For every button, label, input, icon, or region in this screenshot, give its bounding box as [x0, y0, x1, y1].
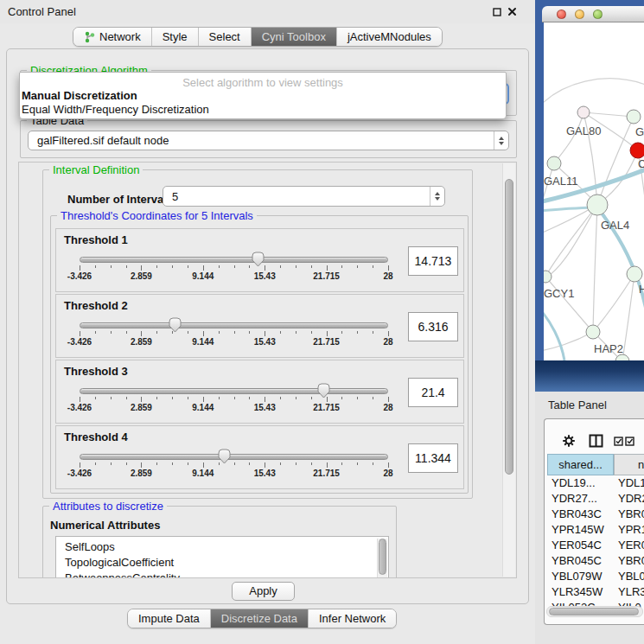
network-edge-thick [544, 308, 564, 360]
slider-track[interactable] [80, 454, 388, 460]
slider-tick [141, 265, 142, 271]
number-of-intervals-spinner[interactable]: 5 [163, 186, 445, 207]
attribute-item-selfloops[interactable]: SelfLoops [56, 539, 388, 555]
node-red-selected[interactable] [630, 143, 644, 158]
settings-scrollbar[interactable] [502, 163, 515, 577]
slider-tick [373, 462, 373, 465]
column-header-name[interactable]: na [614, 454, 644, 475]
table-row[interactable]: YBR043CYBR0 [545, 507, 644, 523]
threshold-slider[interactable]: -3.4262.8599.14415.4321.71528 [80, 253, 388, 283]
cell-name[interactable]: YBL0 [618, 570, 644, 583]
slider-track[interactable] [80, 388, 388, 394]
tab-impute-data[interactable]: Impute Data [128, 609, 211, 628]
cell-shared-name[interactable]: YDR27... [552, 492, 597, 505]
threshold-value-field[interactable]: 6.316 [408, 312, 458, 341]
table-hscrollbar[interactable] [546, 606, 643, 617]
column-header-shared-name[interactable]: shared... [547, 454, 614, 475]
attribute-item-betweennesscentrality[interactable]: BetweennessCentrality [56, 571, 388, 578]
tab-cyni-toolbox[interactable]: Cyni Toolbox [252, 28, 337, 46]
network-edge [583, 112, 634, 117]
cell-name[interactable]: YLR3 [618, 585, 644, 598]
popup-option-manual-discretization[interactable]: Manual Discretization [20, 89, 506, 103]
slider-scale-label: -3.426 [67, 337, 92, 347]
cell-name[interactable]: YDR2 [618, 492, 644, 505]
tab-label: Network [99, 30, 141, 43]
cell-shared-name[interactable]: YLR345W [552, 585, 603, 598]
cell-name[interactable]: YPR1 [618, 523, 644, 536]
node-gcy1[interactable] [544, 271, 552, 283]
node-label-ga: GA [635, 125, 644, 138]
slider-tick [95, 331, 96, 334]
tab-discretize-data[interactable]: Discretize Data [211, 609, 309, 628]
slider-thumb[interactable] [169, 317, 182, 333]
cell-name[interactable]: YBR0 [618, 554, 644, 567]
float-panel-icon[interactable] [493, 8, 501, 16]
network-window-frame [535, 360, 644, 392]
tab-select[interactable]: Select [199, 28, 252, 46]
minimize-window-icon[interactable] [575, 10, 584, 19]
table-row[interactable]: YER054CYER0 [545, 539, 644, 554]
node-upper-right[interactable] [627, 110, 641, 124]
attributes-list-scrollbar[interactable] [377, 539, 387, 578]
table-row[interactable]: YLR345WYLR3 [545, 585, 644, 601]
slider-thumb[interactable] [252, 252, 265, 267]
settings-scrollbar-thumb[interactable] [505, 179, 513, 475]
threshold-value-field[interactable]: 21.4 [408, 378, 458, 407]
attribute-item-topologicalcoefficient[interactable]: TopologicalCoefficient [56, 555, 388, 571]
table-row[interactable]: YBL079WYBL0 [545, 570, 644, 585]
node-gal4[interactable] [587, 194, 608, 215]
combo-stepper-icon[interactable] [494, 131, 508, 150]
network-window-titlebar[interactable] [542, 6, 644, 22]
cell-shared-name[interactable]: YDL19... [552, 476, 596, 489]
threshold-value-field[interactable]: 14.713 [408, 246, 458, 276]
cell-shared-name[interactable]: YBR043C [552, 507, 602, 520]
panel-title: Control Panel [8, 5, 76, 18]
numerical-attributes-list[interactable]: SelfLoopsTopologicalCoefficientBetweenne… [55, 536, 389, 578]
cell-name[interactable]: YER0 [618, 539, 644, 552]
zoom-window-icon[interactable] [593, 10, 603, 19]
table-hscrollbar-thumb[interactable] [549, 608, 639, 615]
close-panel-icon[interactable] [507, 7, 517, 16]
slider-thumb[interactable] [218, 449, 231, 464]
node-label-gal11: GAL11 [544, 175, 578, 188]
cell-name[interactable]: YBR0 [618, 507, 644, 520]
table-row[interactable]: YPR145WYPR1 [545, 523, 644, 539]
node-bottom-cut[interactable] [615, 354, 629, 360]
slider-tick [249, 397, 250, 399]
spinner-stepper-icon[interactable] [430, 187, 444, 206]
slider-track[interactable] [80, 322, 388, 328]
cell-name[interactable]: YDL1 [618, 476, 644, 489]
popup-option-equal-width-frequency-discretization[interactable]: Equal Width/Frequency Discretization [20, 103, 506, 117]
threshold-slider[interactable]: -3.4262.8599.14415.4321.71528 [80, 450, 388, 480]
node-gal11[interactable] [547, 156, 561, 170]
tab-style[interactable]: Style [152, 28, 199, 46]
cell-shared-name[interactable]: YER054C [552, 539, 602, 552]
cell-shared-name[interactable]: YBR045C [552, 554, 602, 567]
node-hap2[interactable] [586, 325, 600, 339]
slider-thumb[interactable] [317, 383, 330, 399]
slider-tick [203, 331, 204, 336]
slider-track[interactable] [80, 257, 388, 263]
threshold-value-field[interactable]: 11.344 [408, 443, 458, 473]
checkbox-icons[interactable] [614, 437, 636, 446]
node-right-h[interactable] [627, 266, 642, 282]
tab-infer-network[interactable]: Infer Network [309, 609, 396, 628]
node-gal80[interactable] [577, 106, 590, 118]
cell-shared-name[interactable]: YBL079W [552, 570, 603, 583]
apply-button[interactable]: Apply [232, 582, 295, 601]
slider-tick [111, 397, 112, 399]
table-row[interactable]: YDL19...YDL1 [545, 476, 644, 492]
network-canvas[interactable]: GAL80GACGAL11GAL4GCY1HHAP2 [544, 22, 644, 360]
table-data-combobox[interactable]: galFiltered.sif default node [28, 131, 509, 150]
table-row[interactable]: YDR27...YDR2 [545, 492, 644, 507]
close-window-icon[interactable] [557, 10, 566, 19]
gear-icon[interactable] [562, 434, 576, 448]
cell-shared-name[interactable]: YPR145W [552, 523, 604, 536]
threshold-slider[interactable]: -3.4262.8599.14415.4321.71528 [80, 385, 388, 414]
split-columns-icon[interactable] [589, 434, 603, 448]
tab-jactivemnodules[interactable]: jActiveMNodules [337, 28, 442, 46]
threshold-slider[interactable]: -3.4262.8599.14415.4321.71528 [80, 319, 388, 348]
slider-tick [156, 397, 157, 399]
table-row[interactable]: YBR045CYBR0 [545, 554, 644, 570]
tab-network[interactable]: Network [73, 28, 152, 46]
